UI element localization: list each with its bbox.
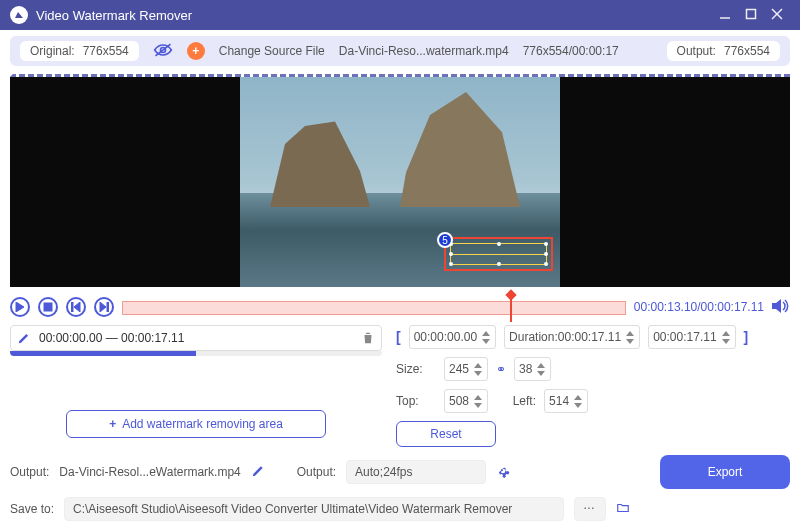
width-field[interactable]: 245 [444,357,488,381]
svg-marker-23 [474,395,482,400]
add-watermark-area-button[interactable]: + Add watermark removing area [66,410,326,438]
svg-marker-16 [626,339,634,344]
selection-tag[interactable]: 5 [437,232,453,248]
svg-marker-8 [74,302,80,312]
source-info: 776x554/00:00:17 [523,44,619,58]
app-title: Video Watermark Remover [36,8,712,23]
output-format-field[interactable]: Auto;24fps [346,460,486,484]
source-filename: Da-Vinci-Reso...watermark.mp4 [339,44,509,58]
close-button[interactable] [764,8,790,23]
output-dim-chip: Output: 776x554 [667,41,780,61]
top-field[interactable]: 508 [444,389,488,413]
svg-marker-20 [474,371,482,376]
svg-marker-24 [474,403,482,408]
browse-path-button[interactable]: … [574,497,606,521]
left-label: Left: [496,394,536,408]
svg-marker-17 [722,331,730,336]
duration-field[interactable]: Duration:00:00:17.11 [504,325,640,349]
segment-range-text: 00:00:00.00 — 00:00:17.11 [39,331,353,345]
output-format-label: Output: [297,465,336,479]
range-end-bracket[interactable]: ] [744,329,749,345]
export-button[interactable]: Export [660,455,790,489]
open-folder-icon[interactable] [616,501,630,518]
watermark-selection-box[interactable] [444,237,553,271]
video-preview[interactable]: 5 [10,77,790,287]
step-fwd-button[interactable] [94,297,114,317]
start-time-field[interactable]: 00:00:00.00 [409,325,496,349]
transport-bar: 00:00:13.10/00:00:17.11 [10,293,790,321]
segment-progress [10,351,382,356]
svg-marker-13 [482,331,490,336]
brush-icon [17,331,31,345]
rename-output-icon[interactable] [251,464,265,481]
svg-marker-12 [772,299,781,313]
svg-marker-22 [537,371,545,376]
params-panel: [ 00:00:00.00 Duration:00:00:17.11 00:00… [396,325,790,447]
spin-down-icon[interactable] [481,337,491,345]
minimize-button[interactable] [712,8,738,23]
svg-marker-6 [16,302,24,312]
play-button[interactable] [10,297,30,317]
app-logo-icon [10,6,28,24]
svg-marker-26 [574,403,582,408]
save-to-label: Save to: [10,502,54,516]
step-back-button[interactable] [66,297,86,317]
timeline-scrubber[interactable] [122,297,626,317]
svg-marker-15 [626,331,634,336]
original-label: Original: [30,44,75,58]
height-field[interactable]: 38 [514,357,551,381]
output-label: Output: [677,44,716,58]
preview-toggle-icon[interactable] [153,43,173,60]
playhead[interactable] [510,294,512,322]
reset-button[interactable]: Reset [396,421,496,447]
range-start-bracket[interactable]: [ [396,329,401,345]
output-filename: Da-Vinci-Resol...eWatermark.mp4 [59,465,240,479]
delete-segment-icon[interactable] [361,331,375,345]
original-dim: 776x554 [83,44,129,58]
svg-marker-18 [722,339,730,344]
timeline-segment[interactable] [122,301,626,315]
svg-rect-7 [44,303,52,311]
original-dim-chip: Original: 776x554 [20,41,139,61]
change-source-button[interactable]: Change Source File [219,44,325,58]
add-source-icon[interactable]: + [187,42,205,60]
save-path-field[interactable]: C:\Aiseesoft Studio\Aiseesoft Video Conv… [64,497,564,521]
svg-marker-25 [574,395,582,400]
end-time-field[interactable]: 00:00:17.11 [648,325,735,349]
svg-rect-11 [107,302,109,312]
aspect-link-icon[interactable]: ⚭ [496,362,506,376]
spin-up-icon[interactable] [481,329,491,337]
format-settings-icon[interactable] [496,464,510,481]
bottom-panel: Output: Da-Vinci-Resol...eWatermark.mp4 … [10,455,790,521]
svg-marker-19 [474,363,482,368]
plus-icon: + [109,417,116,431]
add-watermark-label: Add watermark removing area [122,417,283,431]
maximize-button[interactable] [738,8,764,23]
size-label: Size: [396,362,436,376]
segment-panel: 00:00:00.00 — 00:00:17.11 + Add watermar… [10,325,382,447]
top-label: Top: [396,394,436,408]
svg-marker-14 [482,339,490,344]
timecode-display: 00:00:13.10/00:00:17.11 [634,300,764,314]
svg-rect-9 [71,302,73,312]
svg-marker-21 [537,363,545,368]
left-field[interactable]: 514 [544,389,588,413]
top-toolbar: Original: 776x554 + Change Source File D… [10,36,790,66]
segment-item[interactable]: 00:00:00.00 — 00:00:17.11 [10,325,382,351]
output-file-label: Output: [10,465,49,479]
stop-button[interactable] [38,297,58,317]
video-frame[interactable]: 5 [240,77,560,287]
title-bar: Video Watermark Remover [0,0,800,30]
svg-marker-10 [100,302,106,312]
volume-icon[interactable] [772,298,790,317]
svg-rect-1 [747,9,756,18]
output-dim: 776x554 [724,44,770,58]
